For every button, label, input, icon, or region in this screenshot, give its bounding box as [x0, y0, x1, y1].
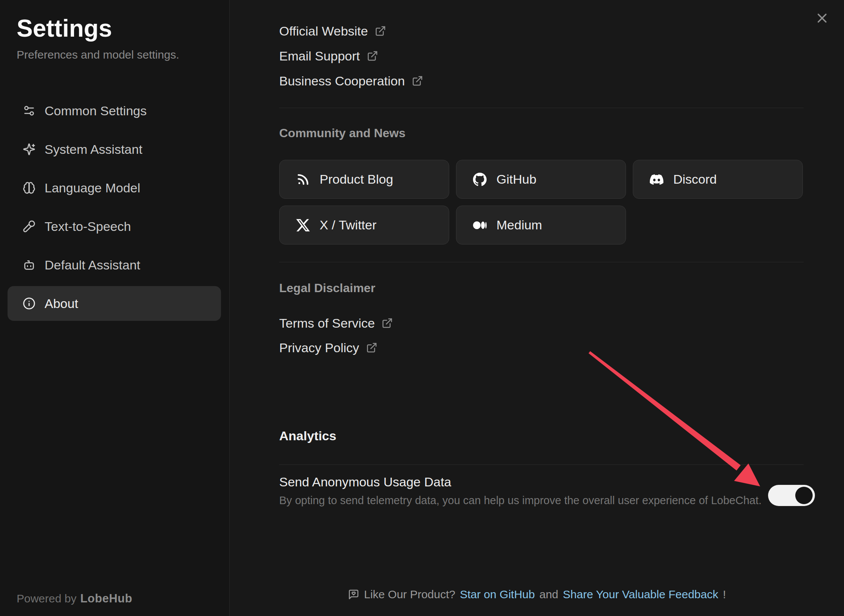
mic-icon [23, 220, 36, 233]
star-on-github-link[interactable]: Star on GitHub [460, 588, 535, 601]
legal-heading: Legal Disclaimer [279, 281, 375, 295]
section-divider [279, 262, 804, 262]
sidebar-item-label: Default Assistant [45, 258, 140, 272]
about-content: Contact Us Official Website Email Suppor… [279, 0, 804, 616]
footer-prefix: Like Our Product? [364, 588, 455, 601]
medium-icon [473, 218, 487, 232]
close-icon [815, 11, 830, 26]
share-feedback-link[interactable]: Share Your Valuable Feedback [563, 588, 718, 601]
sidebar-item-label: About [45, 296, 78, 311]
official-website-link[interactable]: Official Website [279, 22, 386, 40]
settings-modal: Settings Preferences and model settings.… [0, 0, 844, 616]
usage-data-toggle[interactable] [768, 485, 815, 506]
button-label: X / Twitter [320, 218, 377, 232]
sliders-icon [23, 104, 36, 117]
privacy-policy-link[interactable]: Privacy Policy [279, 339, 377, 357]
footer-suffix: ! [723, 588, 726, 601]
sidebar-item-label: Common Settings [45, 104, 147, 118]
settings-sidebar: Settings Preferences and model settings.… [0, 0, 230, 616]
feedback-footer: Like Our Product? Star on GitHub and Sha… [230, 588, 844, 601]
sidebar-item-label: System Assistant [45, 142, 142, 157]
info-icon [23, 297, 36, 310]
page-title: Settings [17, 14, 112, 42]
link-label: Privacy Policy [279, 341, 359, 355]
business-cooperation-link[interactable]: Business Cooperation [279, 72, 423, 90]
x-twitter-icon [296, 218, 310, 232]
link-label: Official Website [279, 24, 368, 39]
section-divider [279, 464, 804, 465]
github-icon [473, 173, 487, 186]
sidebar-nav: Common Settings System Assistant Languag… [8, 93, 221, 325]
link-label: Business Cooperation [279, 74, 405, 88]
message-heart-icon [348, 589, 359, 600]
powered-by-text: Powered by [17, 592, 76, 605]
button-label: Product Blog [320, 172, 393, 187]
usage-data-description: By opting to send telemetry data, you ca… [279, 494, 762, 507]
button-label: GitHub [496, 172, 536, 187]
external-link-icon [375, 25, 386, 37]
sidebar-item-label: Language Model [45, 181, 140, 195]
sidebar-item-default-assistant[interactable]: Default Assistant [8, 248, 221, 282]
external-link-icon [382, 317, 393, 329]
close-button[interactable] [813, 9, 831, 27]
bot-icon [23, 258, 36, 271]
sidebar-item-about[interactable]: About [8, 286, 221, 321]
x-twitter-button[interactable]: X / Twitter [279, 206, 449, 245]
community-heading: Community and News [279, 126, 405, 140]
external-link-icon [412, 75, 423, 87]
page-subtitle: Preferences and model settings. [17, 48, 179, 61]
medium-button[interactable]: Medium [456, 206, 626, 245]
sidebar-item-common-settings[interactable]: Common Settings [8, 93, 221, 128]
discord-button[interactable]: Discord [633, 160, 803, 199]
link-label: Terms of Service [279, 316, 375, 331]
sidebar-item-label: Text-to-Speech [45, 219, 131, 234]
sidebar-item-system-assistant[interactable]: System Assistant [8, 132, 221, 167]
email-support-link[interactable]: Email Support [279, 47, 378, 65]
sparkles-icon [23, 143, 36, 156]
toggle-knob [795, 487, 813, 504]
powered-by: Powered byLobeHub [17, 592, 132, 605]
footer-middle: and [539, 588, 558, 601]
usage-data-label: Send Anonymous Usage Data [279, 475, 451, 489]
brand-logo: LobeHub [80, 592, 132, 605]
rss-icon [296, 173, 310, 186]
external-link-icon [366, 342, 377, 353]
sidebar-item-language-model[interactable]: Language Model [8, 170, 221, 205]
contact-us-heading: Contact Us [279, 0, 343, 3]
terms-of-service-link[interactable]: Terms of Service [279, 314, 393, 332]
button-label: Medium [496, 218, 542, 232]
github-button[interactable]: GitHub [456, 160, 626, 199]
button-label: Discord [673, 172, 717, 187]
discord-icon [650, 173, 663, 186]
analytics-heading: Analytics [279, 429, 336, 443]
section-divider [279, 108, 804, 108]
brain-icon [23, 181, 36, 194]
about-panel: Contact Us Official Website Email Suppor… [230, 0, 844, 616]
sidebar-item-text-to-speech[interactable]: Text-to-Speech [8, 209, 221, 244]
link-label: Email Support [279, 49, 360, 63]
product-blog-button[interactable]: Product Blog [279, 160, 449, 199]
external-link-icon [367, 50, 378, 62]
